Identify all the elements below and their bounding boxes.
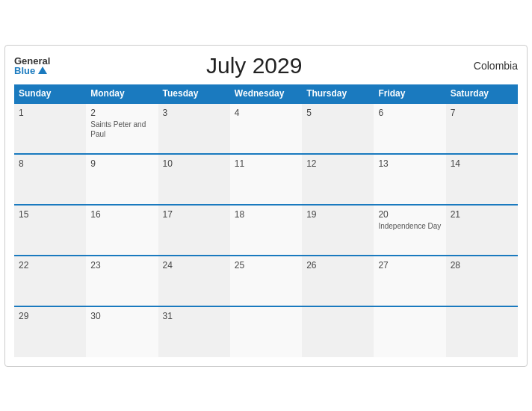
day-number: 12 — [306, 158, 369, 169]
day-number: 7 — [451, 108, 513, 118]
country-label: Colombia — [458, 60, 518, 72]
day-number: 22 — [19, 260, 81, 271]
calendar-cell: 10 — [158, 154, 230, 205]
day-number: 18 — [235, 209, 297, 220]
calendar-title: July 2029 — [50, 53, 458, 78]
logo-general-text: General — [14, 56, 50, 66]
calendar-cell: 29 — [14, 306, 86, 357]
col-tuesday: Tuesday — [158, 84, 230, 103]
day-number: 1 — [19, 108, 81, 118]
day-number: 20 — [378, 209, 441, 220]
calendar-cell: 19 — [302, 205, 374, 256]
day-number: 25 — [235, 260, 297, 271]
calendar-cell: 4 — [230, 103, 302, 154]
day-number: 17 — [163, 209, 226, 220]
day-number: 26 — [306, 260, 369, 271]
day-number: 16 — [90, 209, 153, 220]
calendar-cell: 15 — [14, 205, 86, 256]
calendar-header: General Blue July 2029 Colombia — [14, 53, 518, 78]
day-number: 11 — [235, 158, 297, 169]
day-number: 27 — [378, 260, 441, 271]
day-number: 19 — [306, 209, 369, 220]
day-number: 5 — [306, 108, 369, 118]
calendar-cell: 26 — [302, 256, 374, 306]
calendar-cell: 21 — [446, 205, 518, 256]
calendar-cell — [230, 306, 302, 357]
calendar-cell — [302, 306, 374, 357]
day-number: 8 — [19, 158, 81, 169]
calendar-week-row: 22232425262728 — [14, 256, 518, 306]
calendar-cell: 11 — [230, 154, 302, 205]
day-number: 6 — [378, 108, 441, 118]
day-number: 30 — [90, 311, 153, 321]
calendar-cell: 14 — [446, 154, 518, 205]
calendar-cell — [446, 306, 518, 357]
logo: General Blue — [14, 56, 50, 75]
calendar-cell — [374, 306, 445, 357]
calendar-cell: 9 — [86, 154, 158, 205]
day-number: 9 — [90, 158, 153, 169]
col-monday: Monday — [86, 84, 158, 103]
calendar-week-row: 151617181920Independence Day21 — [14, 205, 518, 256]
calendar-cell: 7 — [446, 103, 518, 154]
calendar-cell: 20Independence Day — [374, 205, 445, 256]
calendar-cell: 27 — [374, 256, 445, 306]
calendar-cell: 24 — [158, 256, 230, 306]
calendar-cell: 28 — [446, 256, 518, 306]
event-label: Independence Day — [378, 221, 441, 231]
calendar-container: General Blue July 2029 Colombia Sunday M… — [4, 45, 528, 367]
day-number: 10 — [163, 158, 226, 169]
calendar-cell: 23 — [86, 256, 158, 306]
calendar-cell: 16 — [86, 205, 158, 256]
calendar-cell: 8 — [14, 154, 86, 205]
calendar-cell: 18 — [230, 205, 302, 256]
day-number: 29 — [19, 311, 81, 321]
calendar-cell: 31 — [158, 306, 230, 357]
col-thursday: Thursday — [302, 84, 374, 103]
day-number: 2 — [90, 108, 153, 118]
calendar-cell: 25 — [230, 256, 302, 306]
day-number: 21 — [451, 209, 513, 220]
day-number: 4 — [235, 108, 297, 118]
logo-blue-text: Blue — [14, 66, 47, 75]
col-friday: Friday — [374, 84, 445, 103]
day-number: 31 — [163, 311, 226, 321]
calendar-table: Sunday Monday Tuesday Wednesday Thursday… — [14, 84, 518, 357]
calendar-cell: 2Saints Peter and Paul — [86, 103, 158, 154]
day-number: 15 — [19, 209, 81, 220]
logo-triangle-icon — [38, 67, 47, 74]
day-number: 28 — [451, 260, 513, 271]
day-number: 3 — [163, 108, 226, 118]
calendar-cell: 1 — [14, 103, 86, 154]
calendar-cell: 5 — [302, 103, 374, 154]
calendar-cell: 30 — [86, 306, 158, 357]
calendar-cell: 13 — [374, 154, 445, 205]
calendar-cell: 6 — [374, 103, 445, 154]
event-label: Saints Peter and Paul — [90, 120, 153, 139]
calendar-week-row: 891011121314 — [14, 154, 518, 205]
calendar-cell: 22 — [14, 256, 86, 306]
calendar-cell: 17 — [158, 205, 230, 256]
calendar-cell: 3 — [158, 103, 230, 154]
col-saturday: Saturday — [446, 84, 518, 103]
day-number: 24 — [163, 260, 226, 271]
calendar-week-row: 12Saints Peter and Paul34567 — [14, 103, 518, 154]
col-sunday: Sunday — [14, 84, 86, 103]
day-number: 13 — [378, 158, 441, 169]
day-number: 23 — [90, 260, 153, 271]
day-number: 14 — [451, 158, 513, 169]
calendar-cell: 12 — [302, 154, 374, 205]
calendar-week-row: 293031 — [14, 306, 518, 357]
calendar-header-row: Sunday Monday Tuesday Wednesday Thursday… — [14, 84, 518, 103]
col-wednesday: Wednesday — [230, 84, 302, 103]
